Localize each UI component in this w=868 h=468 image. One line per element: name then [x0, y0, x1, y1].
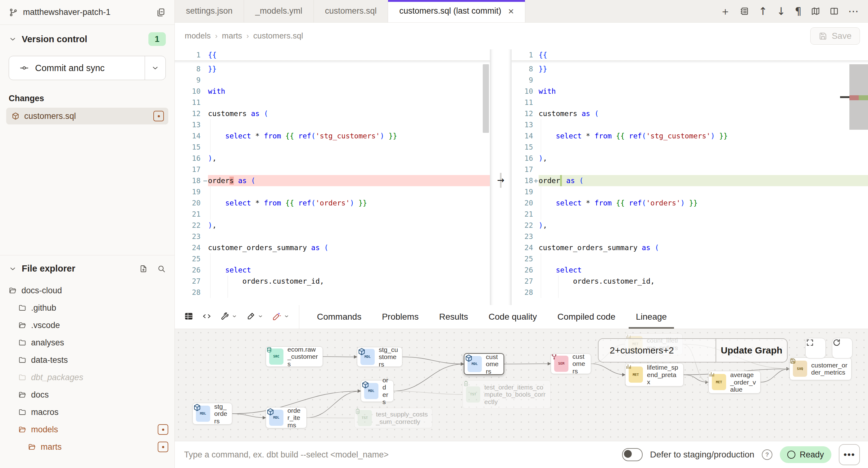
split-icon[interactable] [830, 6, 839, 16]
node-label: orders [382, 376, 390, 406]
sidebar-item-marts[interactable]: marts [0, 438, 175, 456]
code-line: 26 select [512, 264, 868, 276]
lineage-node-avg-average-order-value[interactable]: METaverage_order_value [708, 371, 761, 394]
editor-header: models›marts›customers.sql Save [175, 23, 868, 49]
lineage-node-ecom-ecom-raw-customers[interactable]: SRCecom.raw_customers [266, 346, 323, 367]
diff-gutter: → [490, 49, 512, 305]
sidebar-item-github[interactable]: .github [0, 299, 175, 317]
breadcrumb-part[interactable]: customers.sql [253, 31, 303, 41]
lineage-canvas[interactable]: SRCecom.raw_customersMDLstg_customersMDL… [175, 329, 868, 441]
lineage-node-stg-orders-stg-orders[interactable]: MDLstg_orders [192, 403, 232, 425]
refresh-graph-button[interactable] [832, 338, 852, 358]
node-label: lifetime_spend_pretax [647, 364, 680, 386]
lineage-selector-input[interactable]: 2+customers+2 [598, 339, 716, 362]
changed-file-customers-sql[interactable]: customers.sql [6, 108, 168, 124]
panel-tabs: CommandsProblemsResultsCode qualityCompi… [307, 305, 677, 329]
code-line: 11 [175, 97, 490, 108]
lineage-node-orders-orders[interactable]: MDLorders [361, 380, 394, 402]
new-file-icon[interactable] [139, 264, 148, 273]
sidebar-item-analyses[interactable]: analyses [0, 334, 175, 351]
line-number: 26 [175, 264, 208, 276]
help-icon[interactable]: ? [762, 449, 772, 460]
chevron-down-icon[interactable] [283, 313, 290, 320]
file-explorer-title: File explorer [22, 263, 134, 274]
format-icon[interactable] [246, 312, 264, 322]
defer-toggle[interactable] [622, 448, 643, 461]
code-icon[interactable] [202, 312, 211, 322]
breadcrumb-part[interactable]: models [185, 31, 211, 41]
lineage-node-order-items-order-items[interactable]: MDLorder_items [266, 407, 307, 428]
map-icon[interactable] [811, 6, 820, 16]
diff-overview-ruler[interactable] [849, 49, 868, 305]
tab-customers-sql[interactable]: customers.sql [314, 0, 389, 22]
fullscreen-button[interactable] [805, 338, 826, 358]
copy-files-icon[interactable] [156, 7, 166, 18]
arrow-down-icon[interactable]: ↓ [777, 6, 786, 17]
panel-tab-problems[interactable]: Problems [372, 305, 429, 329]
chevron-down-icon[interactable] [9, 35, 17, 43]
diff-pane-modified[interactable]: 1{{8}}910with1112customers as (1314 sele… [512, 49, 868, 305]
sidebar-item-vscode[interactable]: .vscode [0, 317, 175, 334]
line-number: 16 [512, 153, 538, 164]
sidebar-item-docs-cloud[interactable]: docs-cloud [0, 282, 175, 299]
chevron-down-icon[interactable] [257, 313, 264, 320]
panel-tab-lineage[interactable]: Lineage [625, 305, 677, 329]
node-label: customers [486, 353, 500, 375]
outline-icon[interactable] [740, 6, 749, 16]
sidebar-item-data-tests[interactable]: data-tests [0, 351, 175, 369]
panel-tab-commands[interactable]: Commands [307, 305, 372, 329]
line-number: 11 [175, 97, 208, 108]
lineage-edge-avg-metrics [761, 369, 789, 382]
magic-icon[interactable] [272, 312, 290, 322]
lineage-node-test-supply-test-supply-costs-sum-correctly[interactable]: TSTtest_supply_costs_sum_correctly [354, 408, 432, 428]
more-icon[interactable]: ⋯ [848, 6, 859, 17]
diff-editor: 1{{8}}910with1112customers as (1314 sele… [175, 49, 868, 305]
hidden-lines-divider [175, 61, 490, 63]
lineage-node-metrics-customer-order-metrics[interactable]: SVQcustomer_order_metrics [789, 357, 851, 380]
chevron-down-icon[interactable] [9, 265, 17, 273]
changes-count-badge: 1 [148, 32, 166, 46]
lineage-node-customers-sem-customers[interactable]: SEMcustomers [551, 353, 591, 374]
code-line: 19 [175, 186, 490, 197]
code-line: 12customers as ( [512, 108, 868, 119]
chevron-down-icon[interactable] [231, 313, 238, 320]
breadcrumb-part[interactable]: marts [222, 31, 242, 41]
revert-change-arrow-button[interactable]: → [494, 175, 507, 186]
search-icon[interactable] [157, 264, 166, 273]
panel-tab-code-quality[interactable]: Code quality [478, 305, 547, 329]
table-icon[interactable] [184, 312, 193, 322]
plus-icon[interactable]: ＋ [720, 6, 731, 17]
dbt-ide-window: matthewshaver-patch-1 Version control 1 … [0, 0, 868, 468]
tab-settings-json[interactable]: settings.json [175, 0, 244, 22]
commit-and-sync-button[interactable]: Commit and sync [9, 56, 166, 80]
diff-fold-handle[interactable] [840, 96, 849, 98]
sidebar-item-models[interactable]: models [0, 421, 175, 438]
tab-customers-sql-last-commit[interactable]: customers.sql (last commit)× [388, 0, 525, 22]
diff-pane-original[interactable]: 1{{8}}910with1112customers as (1314 sele… [175, 49, 490, 305]
wrench-icon[interactable] [220, 312, 238, 322]
lineage-node-lifetime-lifetime-spend-pretax[interactable]: METlifetime_spend_pretax [625, 363, 684, 386]
update-graph-button[interactable]: Update Graph [716, 339, 787, 362]
save-button[interactable]: Save [810, 27, 860, 45]
sem-badge: SEM [554, 356, 568, 372]
status-badge: Ready [780, 446, 831, 463]
ruler-addition-mark [859, 95, 868, 100]
tab-models-yml[interactable]: _models.yml [244, 0, 314, 22]
sidebar-item-docs[interactable]: docs [0, 386, 175, 403]
panel-tab-results[interactable]: Results [429, 305, 478, 329]
more-options-button[interactable]: ••• [839, 444, 860, 465]
commit-options-dropdown[interactable] [145, 56, 165, 80]
lineage-node-test-oi-test-order-items-compute-to-bools-correctly[interactable]: TSTtest_order_items_compute_to_bools_cor… [463, 380, 551, 409]
scrollbar-thumb[interactable] [483, 64, 489, 133]
code-text: customers as ( [538, 108, 868, 119]
lineage-node-customers-mdl-customers[interactable]: MDLcustomers [464, 353, 504, 375]
line-number: 28 [175, 287, 208, 298]
command-input[interactable] [183, 450, 615, 460]
close-icon[interactable]: × [508, 6, 514, 16]
panel-tab-compiled-code[interactable]: Compiled code [547, 305, 625, 329]
arrow-up-icon[interactable]: ↑ [758, 6, 767, 17]
lineage-node-stg-customers-stg-customers[interactable]: MDLstg_customers [357, 347, 402, 367]
sidebar-item-macros[interactable]: macros [0, 403, 175, 421]
pilcrow-icon[interactable]: ¶ [795, 6, 802, 17]
sidebar-item-dbt-packages[interactable]: dbt_packages [0, 369, 175, 386]
